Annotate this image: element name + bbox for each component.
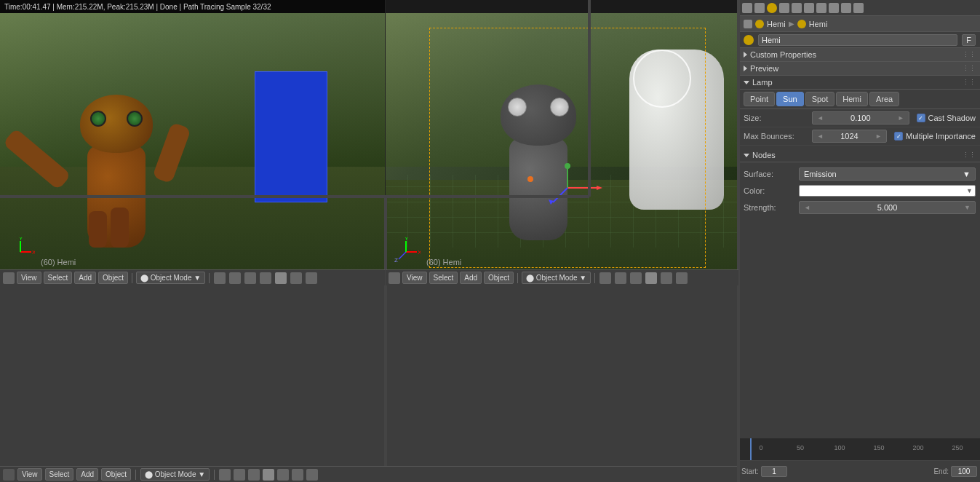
lamp-icon-3[interactable] bbox=[779, 3, 789, 13]
lamp-icon-9[interactable] bbox=[853, 3, 864, 13]
lamp-icon-6[interactable] bbox=[816, 3, 826, 13]
lamp-hemi-name-input[interactable] bbox=[758, 34, 957, 46]
breadcrumb-arrow-icon[interactable] bbox=[744, 20, 752, 28]
viewport-object-btn[interactable]: Object bbox=[98, 272, 128, 284]
lamp-tab-point-label: Point bbox=[750, 95, 768, 103]
vr-icon-2[interactable] bbox=[615, 272, 626, 284]
info-icon-3[interactable] bbox=[234, 469, 245, 481]
preview-dots: ⋮⋮ bbox=[963, 65, 976, 72]
svg-text:Z: Z bbox=[394, 257, 398, 264]
viewport-right[interactable]: X Y Z (60) Hemi View Select Add Object ⬤… bbox=[386, 0, 738, 285]
lamp-breadcrumb: Hemi ▶ Hemi bbox=[739, 16, 980, 32]
viewport-engine-icon[interactable] bbox=[3, 272, 15, 284]
info-icon-1[interactable] bbox=[3, 469, 15, 481]
vr-icon-6[interactable] bbox=[676, 272, 688, 284]
lamp-f-badge[interactable]: F bbox=[962, 34, 976, 46]
vr-engine-icon[interactable] bbox=[389, 272, 400, 284]
timeline-end-label: End: bbox=[933, 467, 949, 475]
info-icon-6[interactable] bbox=[277, 469, 289, 481]
viewport-mode-label: Object Mode bbox=[151, 274, 192, 282]
viewport-navigate-icon[interactable] bbox=[290, 272, 302, 284]
preview-section[interactable]: Preview ⋮⋮ bbox=[739, 62, 980, 76]
vr-view-btn[interactable]: View bbox=[402, 272, 427, 284]
lamp-tab-point[interactable]: Point bbox=[744, 92, 775, 106]
info-select-btn[interactable]: Select bbox=[45, 468, 74, 481]
preview-label: Preview bbox=[750, 64, 778, 73]
nodes-color-swatch[interactable]: ▼ bbox=[799, 185, 976, 197]
viewport-layers-icon[interactable] bbox=[306, 272, 317, 284]
lamp-sun-icon[interactable] bbox=[767, 3, 777, 13]
info-view-btn[interactable]: View bbox=[17, 468, 42, 481]
lamp-tab-hemi[interactable]: Hemi bbox=[836, 92, 868, 106]
vr-icon-1[interactable] bbox=[599, 272, 611, 284]
info-icon-8[interactable] bbox=[306, 469, 318, 481]
nodes-color-row: Color: ▼ bbox=[744, 183, 976, 199]
viewport-view-btn[interactable]: View bbox=[17, 272, 41, 284]
timeline-playhead[interactable] bbox=[750, 438, 752, 460]
viewport-display-icon-3[interactable] bbox=[244, 272, 256, 284]
vr-object-btn[interactable]: Object bbox=[484, 272, 514, 284]
info-icon-4[interactable] bbox=[248, 469, 260, 481]
vr-icon-5[interactable] bbox=[661, 272, 672, 284]
lamp-icon-2[interactable] bbox=[754, 3, 765, 13]
lamp-tab-hemi-label: Hemi bbox=[842, 95, 861, 103]
tl-mark-100: 100 bbox=[820, 444, 859, 451]
viewport-display-icon-5[interactable] bbox=[275, 272, 287, 284]
cast-shadow-checkbox[interactable]: ✓ bbox=[917, 114, 925, 122]
info-mode-btn[interactable]: ⬤ Object Mode ▼ bbox=[140, 468, 210, 481]
breadcrumb-item-1[interactable]: Hemi bbox=[767, 20, 786, 28]
preview-icon bbox=[744, 66, 747, 71]
lamp-icon-8[interactable] bbox=[841, 3, 851, 13]
timeline-ruler: 0 50 100 150 200 250 bbox=[738, 438, 980, 460]
lamp-tab-spot[interactable]: Spot bbox=[805, 92, 835, 106]
timeline-end-field[interactable]: 100 bbox=[951, 466, 977, 477]
info-add-btn[interactable]: Add bbox=[76, 468, 98, 481]
lamp-sun-icon-small bbox=[744, 35, 754, 45]
lamp-icon-1[interactable] bbox=[742, 3, 752, 13]
size-value-field[interactable]: ◄ 0.100 ► bbox=[812, 111, 909, 125]
viewport-display-icon-2[interactable] bbox=[229, 272, 241, 284]
timeline-start-label: Start: bbox=[741, 467, 759, 475]
lamp-icon-5[interactable] bbox=[804, 3, 814, 13]
nodes-surface-dropdown[interactable]: Emission ▼ bbox=[799, 167, 976, 181]
viewport-add-btn[interactable]: Add bbox=[74, 272, 96, 284]
vr-select-btn[interactable]: Select bbox=[429, 272, 458, 284]
nodes-strength-field[interactable]: ◄ 5.000 ▼ bbox=[799, 201, 976, 214]
lamp-tab-sun[interactable]: Sun bbox=[776, 92, 804, 106]
lamp-tab-area[interactable]: Area bbox=[869, 92, 899, 106]
info-icon-7[interactable] bbox=[292, 469, 303, 481]
resize-bar-viewports[interactable] bbox=[384, 197, 387, 466]
resize-bar-node-props[interactable] bbox=[588, 0, 591, 197]
vr-add-btn[interactable]: Add bbox=[460, 272, 482, 284]
viewport-mode-icon: ⬤ bbox=[140, 274, 148, 282]
lamp-section-header[interactable]: Lamp ⋮⋮ bbox=[739, 76, 980, 90]
lamp-icon-7[interactable] bbox=[829, 3, 839, 13]
viewport-left-status: Time:00:41.47 | Mem:215.22M, Peak:215.23… bbox=[0, 0, 385, 13]
viewport-mode-btn[interactable]: ⬤ Object Mode ▼ bbox=[136, 272, 205, 284]
viewport-right-toolbar: View Select Add Object ⬤ Object Mode ▼ bbox=[386, 269, 738, 285]
multiple-importance-checkbox[interactable]: ✓ bbox=[894, 132, 903, 141]
strength-expand: ▼ bbox=[964, 204, 971, 211]
resize-bar-lamp-panel[interactable] bbox=[737, 0, 740, 482]
lamp-icon-4[interactable] bbox=[792, 3, 802, 13]
viewport-display-icon-4[interactable] bbox=[260, 272, 271, 284]
viewport-select-btn[interactable]: Select bbox=[44, 272, 73, 284]
vr-icon-4[interactable] bbox=[645, 272, 657, 284]
nodes-section-header[interactable]: Nodes ⋮⋮ bbox=[739, 149, 980, 162]
vr-sep-1 bbox=[517, 273, 518, 283]
info-icon-2[interactable] bbox=[219, 469, 231, 481]
info-object-btn[interactable]: Object bbox=[101, 468, 131, 481]
timeline-start-field[interactable]: 1 bbox=[761, 466, 787, 477]
axes-indicator-right: X Y Z bbox=[391, 237, 421, 266]
resize-bar-node-viewport[interactable] bbox=[0, 195, 589, 198]
status-text: Time:00:41.47 | Mem:215.22M, Peak:215.23… bbox=[4, 3, 271, 11]
info-icon-5[interactable] bbox=[263, 469, 274, 481]
viewport-left-label: (60) Hemi bbox=[41, 258, 76, 266]
vr-icon-3[interactable] bbox=[630, 272, 642, 284]
max-bounces-field[interactable]: ◄ 1024 ► bbox=[812, 130, 887, 143]
viewport-display-icon-1[interactable] bbox=[214, 272, 226, 284]
viewport-left[interactable]: Time:00:41.47 | Mem:215.22M, Peak:215.23… bbox=[0, 0, 386, 285]
vr-mode-btn[interactable]: ⬤ Object Mode ▼ bbox=[522, 272, 591, 284]
breadcrumb-item-2[interactable]: Hemi bbox=[809, 20, 828, 28]
custom-properties-section[interactable]: Custom Properties ⋮⋮ bbox=[739, 48, 980, 62]
